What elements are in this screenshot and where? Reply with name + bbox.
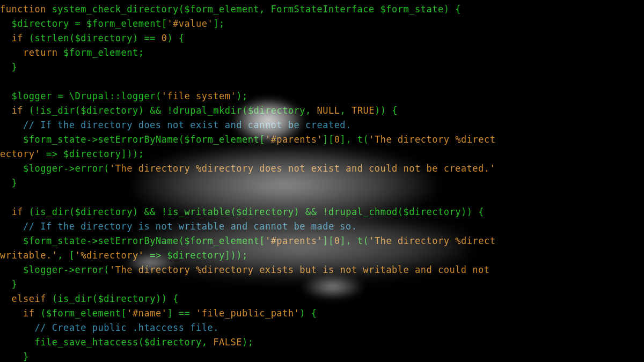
code-token-punc: ); bbox=[236, 91, 247, 101]
code-token-str: ectory' bbox=[0, 149, 40, 159]
code-token-punc: )) { bbox=[461, 206, 484, 217]
code-token-punc: ], bbox=[340, 235, 357, 246]
code-token-punc: } bbox=[0, 279, 17, 290]
code-line: // If the directory does not exist and c… bbox=[0, 120, 352, 130]
code-token-fn: is_dir bbox=[57, 293, 92, 304]
code-token-punc bbox=[0, 47, 23, 58]
code-line: if (strlen($directory) == 0) { bbox=[0, 33, 185, 43]
code-token-punc: ( bbox=[179, 4, 185, 14]
code-token-punc bbox=[0, 33, 11, 43]
code-token-punc: ( bbox=[69, 206, 75, 217]
code-token-str: '%directory' bbox=[75, 250, 144, 261]
code-token-punc: )) { bbox=[156, 293, 179, 304]
code-token-fn: drupal_chmod bbox=[328, 206, 398, 217]
code-line: $form_state->setErrorByName($form_elemen… bbox=[0, 134, 495, 145]
code-token-kw: if bbox=[11, 206, 28, 217]
code-token-op: => bbox=[144, 250, 167, 261]
code-token-com: // If the directory is not writable and … bbox=[23, 221, 357, 232]
code-token-var: $directory bbox=[63, 149, 121, 159]
code-token-str: '#parents' bbox=[265, 134, 323, 145]
code-token-var: $directory bbox=[98, 293, 156, 304]
code-token-punc: ( bbox=[398, 206, 404, 217]
code-token-punc: ( bbox=[179, 134, 185, 145]
code-token-var: $directory bbox=[248, 105, 305, 116]
code-token-punc: ( bbox=[156, 91, 162, 101]
code-token-fn: is_dir bbox=[34, 206, 69, 217]
code-token-fn: is_dir bbox=[40, 105, 75, 116]
code-token-fn: error bbox=[75, 264, 104, 275]
code-token-punc bbox=[0, 134, 23, 145]
code-token-fn: setErrorByName bbox=[98, 235, 179, 246]
code-token-op: :: bbox=[109, 91, 121, 101]
code-token-var: $directory bbox=[404, 206, 461, 217]
code-line: writable.', ['%directory' => $directory]… bbox=[0, 250, 248, 261]
code-token-punc bbox=[0, 91, 11, 101]
code-token-punc: ) { bbox=[299, 308, 317, 319]
code-line: // Create public .htaccess file. bbox=[0, 322, 219, 333]
code-token-str: 'The directory %directory exists but is … bbox=[109, 264, 495, 275]
code-token-punc: ( bbox=[104, 264, 109, 275]
code-line: // If the directory is not writable and … bbox=[0, 221, 357, 232]
code-token-punc bbox=[0, 18, 11, 29]
code-token-op: -> bbox=[63, 264, 75, 275]
code-token-var: $form_element bbox=[185, 235, 260, 246]
code-token-var: $directory bbox=[167, 250, 224, 261]
code-token-fn: system_check_directory bbox=[52, 4, 179, 14]
code-line: file_save_htaccess($directory, FALSE); bbox=[0, 337, 253, 348]
code-token-kw: if bbox=[11, 33, 28, 43]
code-token-fn: file_save_htaccess bbox=[34, 337, 138, 348]
code-token-punc: ])); bbox=[121, 149, 144, 159]
code-token-punc: ][ bbox=[323, 134, 334, 145]
code-token-punc: )) { bbox=[375, 105, 398, 116]
code-token-punc: , bbox=[305, 105, 317, 116]
code-token-punc: ( bbox=[242, 105, 248, 116]
code-token-op: ) && ! bbox=[294, 206, 328, 217]
code-token-op: ) && ! bbox=[138, 105, 173, 116]
code-token-punc: ( bbox=[104, 163, 109, 174]
code-token-op: -> bbox=[86, 134, 98, 145]
code-line: } bbox=[0, 178, 17, 188]
code-line bbox=[0, 76, 6, 87]
code-token-op: = bbox=[69, 18, 86, 29]
code-token-var: $form_state bbox=[23, 235, 86, 246]
code-line: } bbox=[0, 351, 29, 362]
code-token-punc: [ bbox=[121, 308, 127, 319]
code-token-punc: } bbox=[0, 178, 17, 188]
code-token-punc: ( bbox=[363, 134, 369, 145]
code-token-punc: , bbox=[259, 4, 270, 14]
code-token-kw: elseif bbox=[11, 293, 52, 304]
code-line: elseif (is_dir($directory)) { bbox=[0, 293, 179, 304]
code-token-punc bbox=[0, 337, 34, 348]
code-token-var: $logger bbox=[23, 264, 63, 275]
code-token-punc: ], bbox=[340, 134, 357, 145]
code-token-punc bbox=[0, 221, 23, 232]
code-token-fn: error bbox=[75, 163, 104, 174]
code-token-bool: FALSE bbox=[213, 337, 242, 348]
code-token-op: ) == bbox=[133, 33, 162, 43]
code-token-punc bbox=[0, 235, 23, 246]
code-token-bool: TRUE bbox=[352, 105, 375, 116]
code-token-fn: setErrorByName bbox=[98, 134, 179, 145]
code-token-punc: ( bbox=[52, 293, 58, 304]
code-token-punc: ( bbox=[138, 337, 144, 348]
code-token-str: 'file_public_path' bbox=[196, 308, 299, 319]
code-token-str: 'file system' bbox=[162, 91, 237, 101]
code-token-punc: ; bbox=[138, 47, 144, 58]
code-token-num: 0 bbox=[334, 134, 340, 145]
code-token-cls: \Drupal bbox=[69, 91, 109, 101]
code-token-bool: NULL bbox=[317, 105, 340, 116]
code-token-str: '#parents' bbox=[265, 235, 323, 246]
code-token-var: $form_state bbox=[380, 4, 444, 14]
code-token-punc: } bbox=[0, 351, 29, 362]
code-token-punc: ) { bbox=[444, 4, 461, 14]
code-token-punc: ( bbox=[179, 235, 185, 246]
code-token-punc: ( bbox=[231, 206, 237, 217]
code-line bbox=[0, 192, 6, 203]
code-token-punc bbox=[0, 192, 6, 203]
code-line: } bbox=[0, 62, 17, 72]
code-token-var: $form_element bbox=[63, 47, 138, 58]
code-token-num: 0 bbox=[162, 33, 167, 43]
code-token-fn: t bbox=[357, 134, 363, 145]
code-token-kw: if bbox=[11, 105, 28, 116]
code-line: $logger->error('The directory %directory… bbox=[0, 264, 495, 275]
